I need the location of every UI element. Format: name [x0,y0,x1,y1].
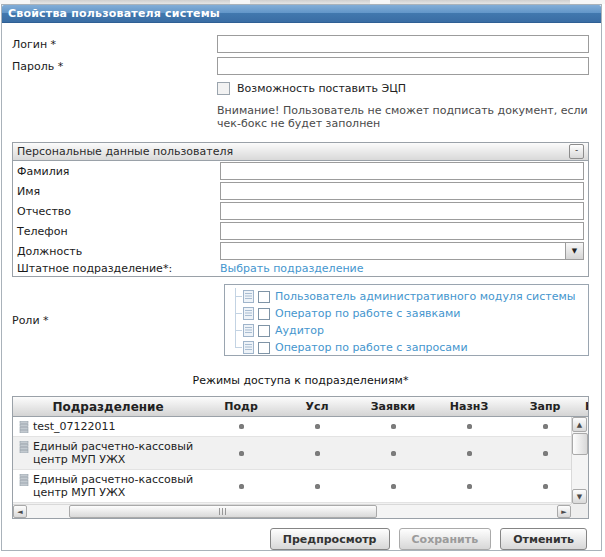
access-dot[interactable] [467,451,472,456]
firstname-row: Имя [13,181,588,201]
position-select[interactable]: ▼ [220,242,584,260]
window-titlebar: Свойства пользователя системы [2,5,601,23]
vertical-scroll-thumb[interactable] [572,433,588,455]
chevron-down-icon[interactable]: ▼ [565,243,583,259]
department-label: Штатное подразделение*: [17,262,220,275]
position-label: Должность [17,245,220,258]
table-row[interactable]: test_07122011 [13,417,588,437]
access-dot[interactable] [315,424,320,429]
column-header-department[interactable]: Подразделение [13,400,203,414]
document-icon [243,290,254,303]
login-input[interactable] [217,35,589,53]
scroll-down-icon[interactable]: ▼ [572,489,587,504]
access-dot[interactable] [239,484,244,489]
scroll-left-icon[interactable]: ◄ [13,505,27,518]
access-dot[interactable] [315,484,320,489]
roles-label: Роли * [12,314,224,327]
access-dot[interactable] [467,424,472,429]
phone-input[interactable] [220,222,584,240]
choose-department-link[interactable]: Выбрать подразделение [220,262,364,275]
table-header: Подразделение Подр Усл Заявки НазнЗ Запр… [13,397,588,417]
thumb-grip-icon [219,508,228,515]
position-select-value [221,243,565,259]
horizontal-scrollbar[interactable]: ◄ ► [13,504,571,518]
footer-buttons: Предпросмотр Сохранить Отменить [12,528,587,550]
scroll-right-icon[interactable]: ► [557,505,571,518]
role-item: Аудитор [236,322,588,339]
collapse-minus-icon[interactable]: - [569,144,584,159]
column-header[interactable]: Заявки [355,400,431,413]
access-modes-table: Подразделение Подр Усл Заявки НазнЗ Запр… [12,396,589,519]
position-row: Должность ▼ [13,241,588,261]
organization-icon [19,421,29,433]
role-item: Оператор по работе с запросами [236,339,588,356]
role-label[interactable]: Оператор по работе с заявками [275,307,460,320]
patronymic-label: Отчество [17,205,220,218]
role-label[interactable]: Оператор по работе с запросами [275,341,468,354]
access-dot[interactable] [543,451,548,456]
personal-panel-header: Персональные данные пользователя - [13,143,588,161]
access-dot[interactable] [391,484,396,489]
role-checkbox[interactable] [258,342,270,354]
organization-icon [19,474,29,486]
department-name: Единый расчетно-кассовый центр МУП УЖХ [33,440,201,466]
access-modes-title: Режимы доступа к подразделениям* [12,374,589,387]
cancel-button[interactable]: Отменить [500,528,587,550]
horizontal-scroll-thumb[interactable] [69,505,376,518]
login-row: Логин * [12,35,589,53]
patronymic-row: Отчество [13,201,588,221]
roles-row: Роли * Пользователь административного мо… [12,284,589,356]
access-dot[interactable] [543,424,548,429]
roles-tree: Пользователь административного модуля си… [224,284,589,356]
column-header[interactable]: Усл [279,400,355,413]
column-header[interactable]: Подр [203,400,279,413]
access-dot[interactable] [315,451,320,456]
surname-label: Фамилия [17,165,220,178]
password-row: Пароль * [12,57,589,75]
role-checkbox[interactable] [258,308,270,320]
table-row[interactable]: Единый расчетно-кассовый центр МУП УЖХ [13,437,588,470]
surname-input[interactable] [220,162,584,180]
access-dot[interactable] [239,424,244,429]
ecp-warning-text: Внимание! Пользователь не сможет подписа… [217,104,597,130]
ecp-label: Возможность поставить ЭЦП [237,82,406,95]
table-row[interactable]: Единый расчетно-кассовый центр МУП УЖХ [13,470,588,503]
surname-row: Фамилия [13,161,588,181]
role-checkbox[interactable] [258,291,270,303]
user-properties-window: Свойства пользователя системы Логин * Па… [1,4,602,551]
access-dot[interactable] [543,484,548,489]
access-dot[interactable] [467,484,472,489]
role-checkbox[interactable] [258,325,270,337]
preview-button[interactable]: Предпросмотр [270,528,390,550]
vertical-scrollbar[interactable]: ▲ ▼ [571,417,588,504]
role-label[interactable]: Аудитор [275,324,324,337]
department-row: Штатное подразделение*: Выбрать подразде… [13,261,588,276]
password-input[interactable] [217,57,589,75]
patronymic-input[interactable] [220,202,584,220]
role-label[interactable]: Пользователь административного модуля си… [275,290,575,303]
access-dot[interactable] [391,451,396,456]
role-item: Оператор по работе с заявками [236,305,588,322]
firstname-input[interactable] [220,182,584,200]
column-header[interactable]: На [583,400,588,413]
personal-data-panel: Персональные данные пользователя - Фамил… [12,142,589,277]
access-dot[interactable] [239,451,244,456]
scroll-up-icon[interactable]: ▲ [572,417,587,432]
access-dot[interactable] [391,424,396,429]
column-header[interactable]: Запр [507,400,583,413]
login-label: Логин * [12,38,217,51]
document-icon [243,307,254,320]
column-header[interactable]: НазнЗ [431,400,507,413]
firstname-label: Имя [17,185,220,198]
window-title: Свойства пользователя системы [8,7,220,20]
department-name: test_07122011 [33,420,116,433]
ecp-row: Возможность поставить ЭЦП [217,82,589,95]
password-label: Пароль * [12,60,217,73]
role-item: Пользователь административного модуля си… [236,288,588,305]
phone-label: Телефон [17,225,220,238]
organization-icon [19,441,29,453]
scrollbar-corner [571,504,588,518]
ecp-checkbox[interactable] [217,82,230,95]
save-button[interactable]: Сохранить [399,528,492,550]
department-name: Единый расчетно-кассовый центр МУП УЖХ [33,473,201,499]
